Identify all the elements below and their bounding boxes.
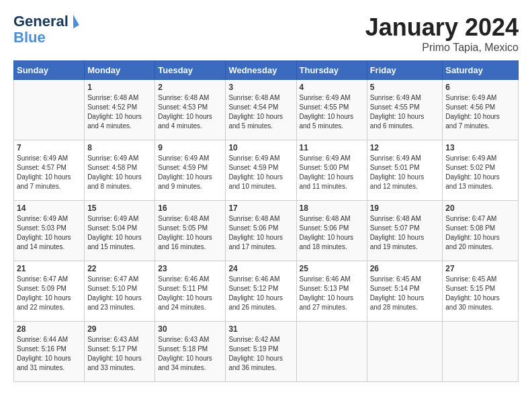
day-number: 23 [158,264,222,273]
day-info: Sunrise: 6:49 AMSunset: 5:03 PMDaylight:… [17,214,81,252]
calendar-cell: 26Sunrise: 6:45 AMSunset: 5:14 PMDayligh… [367,261,443,322]
day-number: 26 [370,264,440,273]
day-number: 8 [87,143,152,152]
calendar-header-row: Sunday Monday Tuesday Wednesday Thursday… [14,61,519,80]
calendar-cell: 4Sunrise: 6:49 AMSunset: 4:55 PMDaylight… [296,80,367,140]
day-info: Sunrise: 6:46 AMSunset: 5:11 PMDaylight:… [158,275,222,312]
day-info: Sunrise: 6:49 AMSunset: 4:58 PMDaylight:… [87,154,152,191]
day-info: Sunrise: 6:48 AMSunset: 4:54 PMDaylight:… [228,93,293,131]
calendar-cell: 9Sunrise: 6:49 AMSunset: 4:59 PMDaylight… [155,140,226,201]
calendar-cell: 14Sunrise: 6:49 AMSunset: 5:03 PMDayligh… [14,201,85,261]
day-number: 3 [228,83,293,92]
day-info: Sunrise: 6:47 AMSunset: 5:08 PMDaylight:… [445,214,515,252]
page-header: General Blue January 2024 Primo Tapia, M… [13,13,519,54]
calendar-cell: 22Sunrise: 6:47 AMSunset: 5:10 PMDayligh… [85,261,155,322]
calendar-cell: 3Sunrise: 6:48 AMSunset: 4:54 PMDaylight… [226,80,296,140]
day-number: 31 [228,324,293,334]
day-number: 15 [87,203,152,213]
day-info: Sunrise: 6:43 AMSunset: 5:17 PMDaylight:… [87,335,152,373]
day-info: Sunrise: 6:49 AMSunset: 4:59 PMDaylight:… [228,154,293,191]
calendar-cell: 29Sunrise: 6:43 AMSunset: 5:17 PMDayligh… [85,322,155,382]
day-info: Sunrise: 6:46 AMSunset: 5:13 PMDaylight:… [300,275,364,312]
day-info: Sunrise: 6:45 AMSunset: 5:14 PMDaylight:… [370,275,440,312]
day-number: 12 [370,143,440,152]
calendar-cell: 30Sunrise: 6:43 AMSunset: 5:18 PMDayligh… [155,322,226,382]
header-wednesday: Wednesday [226,61,296,80]
calendar-cell: 31Sunrise: 6:42 AMSunset: 5:19 PMDayligh… [226,322,296,382]
day-number: 2 [158,83,222,92]
day-info: Sunrise: 6:49 AMSunset: 5:02 PMDaylight:… [445,154,515,191]
header-saturday: Saturday [443,61,519,80]
calendar-cell: 15Sunrise: 6:49 AMSunset: 5:04 PMDayligh… [85,201,155,261]
day-number: 25 [300,264,364,273]
calendar-cell: 12Sunrise: 6:49 AMSunset: 5:01 PMDayligh… [367,140,443,201]
calendar-cell: 1Sunrise: 6:48 AMSunset: 4:52 PMDaylight… [85,80,155,140]
day-info: Sunrise: 6:48 AMSunset: 5:05 PMDaylight:… [158,214,222,252]
calendar-cell: 24Sunrise: 6:46 AMSunset: 5:12 PMDayligh… [226,261,296,322]
calendar-cell: 10Sunrise: 6:49 AMSunset: 4:59 PMDayligh… [226,140,296,201]
calendar-cell [443,322,519,382]
day-info: Sunrise: 6:48 AMSunset: 4:53 PMDaylight:… [158,93,222,131]
logo-blue: Blue [13,30,46,46]
day-info: Sunrise: 6:47 AMSunset: 5:10 PMDaylight:… [87,275,152,312]
calendar-cell: 18Sunrise: 6:48 AMSunset: 5:06 PMDayligh… [296,201,367,261]
day-number: 16 [158,203,222,213]
calendar-cell: 20Sunrise: 6:47 AMSunset: 5:08 PMDayligh… [443,201,519,261]
day-number: 4 [300,83,364,92]
day-number: 5 [370,83,440,92]
calendar-week-row: 28Sunrise: 6:44 AMSunset: 5:16 PMDayligh… [14,322,519,382]
day-number: 21 [17,264,81,273]
header-thursday: Thursday [296,61,367,80]
day-info: Sunrise: 6:48 AMSunset: 5:06 PMDaylight:… [228,214,293,252]
day-info: Sunrise: 6:48 AMSunset: 5:06 PMDaylight:… [300,214,364,252]
day-number: 17 [228,203,293,213]
day-number: 22 [87,264,152,273]
calendar-cell [296,322,367,382]
day-info: Sunrise: 6:49 AMSunset: 4:57 PMDaylight:… [17,154,81,191]
day-number: 14 [17,203,81,213]
day-info: Sunrise: 6:43 AMSunset: 5:18 PMDaylight:… [158,335,222,373]
calendar-cell: 13Sunrise: 6:49 AMSunset: 5:02 PMDayligh… [443,140,519,201]
calendar-cell: 11Sunrise: 6:49 AMSunset: 5:00 PMDayligh… [296,140,367,201]
calendar-cell: 21Sunrise: 6:47 AMSunset: 5:09 PMDayligh… [14,261,85,322]
day-number: 13 [445,143,515,152]
day-info: Sunrise: 6:49 AMSunset: 4:55 PMDaylight:… [300,93,364,131]
day-number: 10 [228,143,293,152]
day-number: 19 [370,203,440,213]
header-tuesday: Tuesday [155,61,226,80]
header-friday: Friday [367,61,443,80]
day-info: Sunrise: 6:44 AMSunset: 5:16 PMDaylight:… [17,335,81,373]
day-number: 28 [17,324,81,334]
logo: General Blue [13,13,77,46]
calendar-week-row: 1Sunrise: 6:48 AMSunset: 4:52 PMDaylight… [14,80,519,140]
calendar-cell: 7Sunrise: 6:49 AMSunset: 4:57 PMDaylight… [14,140,85,201]
day-number: 11 [300,143,364,152]
calendar-cell: 28Sunrise: 6:44 AMSunset: 5:16 PMDayligh… [14,322,85,382]
day-number: 27 [445,264,515,273]
logo-arrow-icon [67,15,79,29]
calendar-cell: 25Sunrise: 6:46 AMSunset: 5:13 PMDayligh… [296,261,367,322]
header-monday: Monday [85,61,155,80]
day-number: 6 [445,83,515,92]
day-info: Sunrise: 6:49 AMSunset: 4:56 PMDaylight:… [445,93,515,131]
calendar-cell: 6Sunrise: 6:49 AMSunset: 4:56 PMDaylight… [443,80,519,140]
calendar-title: January 2024 [365,13,519,42]
calendar-cell [14,80,85,140]
day-number: 29 [87,324,152,334]
day-info: Sunrise: 6:49 AMSunset: 4:59 PMDaylight:… [158,154,222,191]
calendar-table: Sunday Monday Tuesday Wednesday Thursday… [13,60,519,382]
calendar-cell: 8Sunrise: 6:49 AMSunset: 4:58 PMDaylight… [85,140,155,201]
day-number: 9 [158,143,222,152]
calendar-week-row: 21Sunrise: 6:47 AMSunset: 5:09 PMDayligh… [14,261,519,322]
title-block: January 2024 Primo Tapia, Mexico [365,13,519,54]
calendar-cell: 17Sunrise: 6:48 AMSunset: 5:06 PMDayligh… [226,201,296,261]
day-number: 24 [228,264,293,273]
day-info: Sunrise: 6:49 AMSunset: 5:00 PMDaylight:… [300,154,364,191]
day-info: Sunrise: 6:49 AMSunset: 4:55 PMDaylight:… [370,93,440,131]
calendar-week-row: 7Sunrise: 6:49 AMSunset: 4:57 PMDaylight… [14,140,519,201]
day-info: Sunrise: 6:48 AMSunset: 5:07 PMDaylight:… [370,214,440,252]
header-sunday: Sunday [14,61,85,80]
logo-general: General [13,13,69,30]
calendar-cell: 2Sunrise: 6:48 AMSunset: 4:53 PMDaylight… [155,80,226,140]
day-info: Sunrise: 6:45 AMSunset: 5:15 PMDaylight:… [445,275,515,312]
